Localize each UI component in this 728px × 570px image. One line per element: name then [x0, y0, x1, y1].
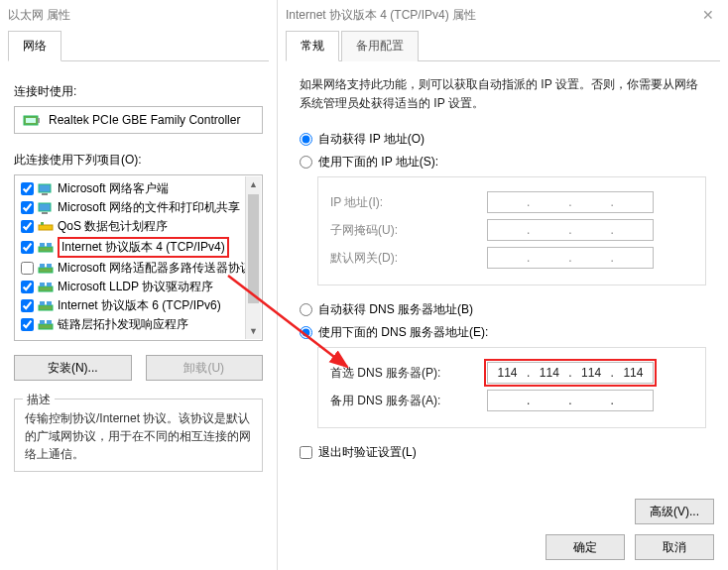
adapter-selector[interactable]: Realtek PCIe GBE Family Controller	[14, 106, 263, 134]
svg-rect-19	[40, 301, 45, 305]
svg-rect-5	[39, 203, 51, 211]
cancel-button[interactable]: 取消	[635, 534, 714, 560]
item-label: QoS 数据包计划程序	[58, 218, 168, 235]
scroll-down-icon[interactable]: ▼	[246, 323, 261, 339]
advanced-button[interactable]: 高级(V)...	[635, 499, 714, 524]
svg-rect-3	[39, 184, 51, 192]
dns-pref-label: 首选 DNS 服务器(P):	[330, 365, 479, 382]
scroll-up-icon[interactable]: ▲	[246, 176, 261, 192]
item-checkbox[interactable]	[21, 241, 34, 254]
install-button[interactable]: 安装(N)...	[14, 355, 132, 381]
list-scrollbar[interactable]: ▲ ▼	[245, 176, 261, 339]
item-label: Microsoft 网络客户端	[58, 180, 169, 197]
adapter-name: Realtek PCIe GBE Family Controller	[49, 113, 240, 127]
list-item[interactable]: Microsoft 网络的文件和打印机共享	[17, 198, 260, 217]
right-title: Internet 协议版本 4 (TCP/IPv4) 属性	[286, 0, 476, 30]
item-label: Microsoft LLDP 协议驱动程序	[58, 279, 213, 295]
svg-rect-14	[47, 264, 52, 268]
left-titlebar: 以太网 属性	[0, 0, 277, 30]
svg-rect-11	[47, 243, 52, 247]
svg-rect-7	[39, 225, 53, 230]
radio-ip-auto-label: 自动获得 IP 地址(O)	[318, 131, 425, 148]
svg-rect-17	[47, 283, 52, 286]
item-checkbox[interactable]	[21, 281, 34, 293]
tab-alt-config[interactable]: 备用配置	[341, 31, 419, 61]
item-checkbox[interactable]	[21, 201, 34, 214]
proto-icon	[38, 241, 54, 255]
radio-dns-auto-label: 自动获得 DNS 服务器地址(B)	[318, 301, 473, 318]
svg-rect-22	[40, 320, 45, 324]
svg-rect-10	[40, 243, 45, 247]
list-item[interactable]: Microsoft 网络适配器多路传送器协议	[17, 259, 260, 278]
list-item[interactable]: Internet 协议版本 6 (TCP/IPv6)	[17, 296, 260, 315]
svg-rect-1	[26, 118, 36, 123]
info-text: 如果网络支持此功能，则可以获取自动指派的 IP 设置。否则，你需要从网络系统管理…	[300, 75, 706, 113]
svg-rect-21	[39, 324, 53, 329]
item-label: Internet 协议版本 4 (TCP/IPv4)	[58, 237, 229, 258]
list-item[interactable]: Microsoft LLDP 协议驱动程序	[17, 278, 260, 296]
radio-dns-auto[interactable]	[300, 303, 312, 316]
svg-rect-8	[41, 222, 44, 225]
item-checkbox[interactable]	[21, 299, 34, 312]
item-checkbox[interactable]	[21, 262, 34, 275]
ethernet-properties-dialog: 以太网 属性 网络 连接时使用: Realtek PCIe GBE Family…	[0, 0, 278, 570]
radio-ip-manual-label: 使用下面的 IP 地址(S):	[318, 154, 438, 171]
ip-address-input: ...	[487, 191, 654, 213]
item-checkbox[interactable]	[21, 220, 34, 233]
ip-fields: IP 地址(I): ... 子网掩码(U): ... 默认网关(D): ...	[317, 176, 706, 285]
svg-rect-9	[39, 247, 53, 252]
close-icon[interactable]: ✕	[698, 0, 718, 30]
radio-dns-manual[interactable]	[300, 326, 312, 339]
dns-alt-label: 备用 DNS 服务器(A):	[330, 393, 479, 409]
client-icon	[38, 201, 54, 215]
description-legend: 描述	[23, 392, 55, 408]
dns-alt-input[interactable]: ...	[487, 390, 654, 411]
radio-ip-auto[interactable]	[300, 133, 312, 146]
ip-address-label: IP 地址(I):	[330, 194, 479, 211]
item-label: 链路层拓扑发现响应程序	[58, 316, 188, 333]
svg-rect-15	[39, 286, 53, 291]
item-checkbox[interactable]	[21, 318, 34, 331]
left-tabs: 网络	[8, 30, 269, 61]
dns-fields: 首选 DNS 服务器(P): 114. 114. 114. 114 备用 DNS…	[317, 347, 706, 428]
validate-label: 退出时验证设置(L)	[318, 444, 417, 461]
list-item[interactable]: Microsoft 网络客户端	[17, 179, 260, 198]
left-title: 以太网 属性	[8, 0, 70, 30]
connect-using-label: 连接时使用:	[14, 83, 263, 100]
description-groupbox: 描述 传输控制协议/Internet 协议。该协议是默认的广域网协议，用于在不同…	[14, 399, 263, 472]
items-label: 此连接使用下列项目(O):	[14, 152, 263, 169]
svg-rect-16	[40, 283, 45, 286]
list-item[interactable]: QoS 数据包计划程序	[17, 217, 260, 236]
ok-button[interactable]: 确定	[546, 534, 625, 560]
dns-pref-input[interactable]: 114. 114. 114. 114	[487, 362, 654, 384]
list-item[interactable]: 链路层拓扑发现响应程序	[17, 315, 260, 334]
item-label: Internet 协议版本 6 (TCP/IPv6)	[58, 297, 221, 314]
scroll-thumb[interactable]	[248, 194, 259, 303]
proto-icon	[38, 262, 54, 276]
svg-rect-12	[39, 268, 53, 273]
subnet-label: 子网掩码(U):	[330, 222, 479, 239]
item-label: Microsoft 网络的文件和打印机共享	[58, 199, 240, 216]
network-items-list: Microsoft 网络客户端Microsoft 网络的文件和打印机共享QoS …	[14, 174, 263, 341]
client-icon	[38, 182, 54, 196]
proto-icon	[38, 281, 54, 294]
list-item[interactable]: Internet 协议版本 4 (TCP/IPv4)	[17, 236, 260, 259]
gateway-label: 默认网关(D):	[330, 250, 479, 267]
svg-rect-18	[39, 305, 53, 310]
description-text: 传输控制协议/Internet 协议。该协议是默认的广域网协议，用于在不同的相互…	[25, 409, 252, 463]
tab-general[interactable]: 常规	[286, 31, 339, 61]
uninstall-button[interactable]: 卸载(U)	[146, 355, 264, 381]
svg-rect-13	[40, 264, 45, 268]
svg-rect-2	[38, 118, 40, 123]
svg-rect-23	[47, 320, 52, 324]
validate-checkbox[interactable]	[300, 446, 312, 459]
item-checkbox[interactable]	[21, 182, 34, 195]
svg-rect-20	[47, 301, 52, 305]
subnet-input: ...	[487, 219, 654, 241]
radio-ip-manual[interactable]	[300, 156, 312, 169]
tab-network[interactable]: 网络	[8, 31, 61, 61]
gateway-input: ...	[487, 247, 654, 269]
right-titlebar: Internet 协议版本 4 (TCP/IPv4) 属性 ✕	[278, 0, 728, 30]
svg-rect-4	[42, 193, 48, 195]
qos-icon	[38, 220, 54, 234]
